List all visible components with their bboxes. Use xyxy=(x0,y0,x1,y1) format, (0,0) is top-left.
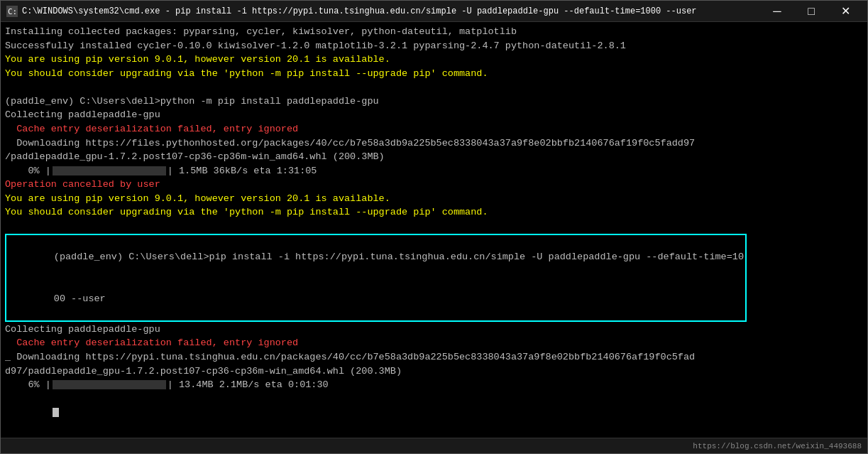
output-line-17: Collecting paddlepaddle-gpu xyxy=(5,323,863,337)
cmd-line-2: 00 --user xyxy=(8,278,744,320)
output-line-9: Downloading https://files.pythonhosted.o… xyxy=(5,136,863,151)
progress-line-1: 0% | | 1.5MB 36kB/s eta 1:31:05 xyxy=(5,164,863,178)
output-line-1: Installing collected packages: pyparsing… xyxy=(5,25,863,39)
output-line-5 xyxy=(5,80,863,94)
window-controls: ─ □ ✕ xyxy=(761,4,862,19)
svg-text:C:\: C:\ xyxy=(8,7,18,16)
output-line-6: (paddle_env) C:\Users\dell>python -m pip… xyxy=(5,94,863,109)
terminal-output: Installing collected packages: pyparsing… xyxy=(1,22,867,438)
output-line-18: Cache entry deserialization failed, entr… xyxy=(5,336,863,350)
output-line-20: d97/paddlepaddle_gpu-1.7.2.post107-cp36-… xyxy=(5,364,863,379)
cmd-prompt: (paddle_env) C:\Users\dell> xyxy=(54,252,209,262)
status-bar: https://blog.csdn.net/weixin_4493688 xyxy=(1,438,867,453)
output-line-10: /paddlepaddle_gpu-1.7.2.post107-cp36-cp3… xyxy=(5,150,863,164)
window-title: C:\WINDOWS\system32\cmd.exe - pip instal… xyxy=(22,6,761,16)
output-line-8: Cache entry deserialization failed, entr… xyxy=(5,122,863,136)
cmd-text: pip install -i https://pypi.tuna.tsinghu… xyxy=(209,252,744,262)
progress-line-2: 6% | | 13.4MB 2.1MB/s eta 0:01:30 xyxy=(5,378,863,392)
output-line-4: You should consider upgrading via the 'p… xyxy=(5,67,863,81)
minimize-button[interactable]: ─ xyxy=(761,4,793,19)
close-button[interactable]: ✕ xyxy=(829,4,862,19)
highlighted-command-block: (paddle_env) C:\Users\dell>pip install -… xyxy=(5,234,747,321)
cmd-line-1: (paddle_env) C:\Users\dell>pip install -… xyxy=(8,236,744,278)
output-line-19: _ Downloading https://pypi.tuna.tsinghua… xyxy=(5,350,863,364)
status-url: https://blog.csdn.net/weixin_4493688 xyxy=(693,442,862,450)
output-line-3: You are using pip version 9.0.1, however… xyxy=(5,53,863,67)
title-bar: C:\ C:\WINDOWS\system32\cmd.exe - pip in… xyxy=(1,1,867,22)
app-icon: C:\ xyxy=(6,6,18,17)
output-line-2: Successfully installed cycler-0.10.0 kiw… xyxy=(5,39,863,53)
cmd-continuation: 00 --user xyxy=(54,293,106,304)
output-line-7: Collecting paddlepaddle-gpu xyxy=(5,108,863,122)
maximize-button[interactable]: □ xyxy=(795,4,828,19)
cmd-window: C:\ C:\WINDOWS\system32\cmd.exe - pip in… xyxy=(0,0,868,454)
